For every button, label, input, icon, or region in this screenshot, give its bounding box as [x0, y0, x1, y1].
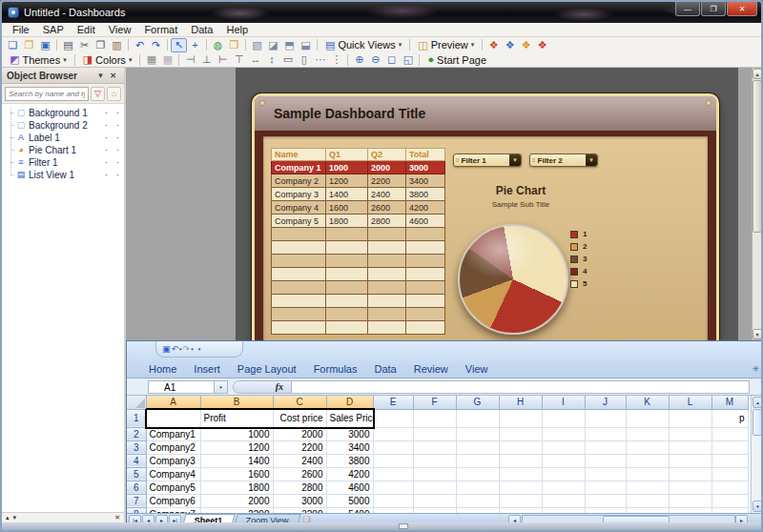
cell[interactable]	[146, 409, 200, 427]
menu-sap[interactable]: SAP	[36, 24, 71, 35]
cut-icon[interactable]: ✂	[76, 38, 93, 52]
cell[interactable]	[626, 481, 669, 494]
move-up-icon[interactable]: ▴	[6, 514, 10, 522]
column-header-l[interactable]: L	[669, 396, 711, 409]
cell[interactable]	[585, 440, 626, 454]
menu-edit[interactable]: Edit	[71, 24, 102, 35]
maximize-button[interactable]: ❐	[701, 2, 726, 16]
cell[interactable]	[413, 467, 456, 481]
cell[interactable]	[413, 494, 456, 507]
cell[interactable]: 2200	[273, 440, 326, 454]
sidebar-item-list-view-1[interactable]: ▤List View 1··	[2, 169, 124, 181]
cell[interactable]	[456, 409, 499, 427]
lock-dot[interactable]: ·	[116, 144, 119, 156]
cell[interactable]	[413, 481, 456, 494]
canvas-color-icon[interactable]: ◪	[265, 38, 281, 52]
cell[interactable]: 2800	[273, 481, 326, 494]
same-height-icon[interactable]: ▯	[296, 52, 312, 67]
row-header-6[interactable]: 6	[127, 481, 146, 494]
formula-bar[interactable]	[292, 380, 750, 394]
cell[interactable]: 2000	[200, 494, 273, 507]
column-header-m[interactable]: M	[711, 396, 748, 409]
close-button[interactable]: ✕	[727, 2, 757, 16]
row-header-5[interactable]: 5	[127, 467, 146, 481]
cell[interactable]: 1600	[200, 467, 273, 481]
scroll-up-icon[interactable]: ▴	[753, 397, 763, 408]
menu-help[interactable]: Help	[219, 24, 255, 35]
zoom-100-icon[interactable]: ◻	[383, 52, 400, 67]
cell[interactable]	[373, 440, 413, 454]
ribbon-right-icon[interactable]: ✳	[752, 364, 759, 374]
row-header-1[interactable]: 1	[127, 409, 146, 427]
scroll-thumb[interactable]	[753, 409, 763, 436]
cell[interactable]	[711, 494, 748, 507]
panel-close-icon[interactable]: ✕	[107, 72, 119, 80]
cell[interactable]: 5000	[326, 494, 373, 507]
cell[interactable]	[499, 409, 542, 427]
align-right-icon[interactable]: ⊢	[215, 52, 231, 67]
export-powerpoint-icon[interactable]: ❖	[485, 38, 502, 52]
lock-dot[interactable]: ·	[116, 169, 119, 181]
scroll-thumb[interactable]	[753, 80, 762, 233]
footer-close-icon[interactable]: ✕	[114, 514, 120, 522]
save-icon[interactable]: ▣	[162, 345, 171, 354]
column-header-f[interactable]: F	[413, 396, 456, 409]
cell[interactable]	[542, 440, 585, 454]
cell[interactable]	[542, 427, 585, 440]
menu-view[interactable]: View	[102, 24, 138, 35]
distribute-horizontal-icon[interactable]: ↔	[247, 52, 263, 67]
column-header-j[interactable]: J	[585, 396, 626, 409]
ribbon-tab-formulas[interactable]: Formulas	[305, 363, 366, 375]
sidebar-item-background-1[interactable]: ▢Background 1··	[2, 107, 124, 119]
lock-dot[interactable]: ·	[116, 119, 119, 132]
undo-icon[interactable]: ↶	[132, 38, 148, 52]
new-icon[interactable]: ❏	[5, 38, 21, 52]
ribbon-tab-view[interactable]: View	[457, 363, 497, 375]
cell[interactable]: 1400	[200, 454, 273, 467]
cell[interactable]	[542, 409, 585, 427]
align-top-icon[interactable]: ⊤	[231, 52, 247, 67]
cell[interactable]: Company1	[146, 427, 200, 440]
cell[interactable]	[626, 440, 669, 454]
zoom-out-icon[interactable]: ⊖	[367, 52, 383, 67]
column-header-h[interactable]: H	[499, 396, 542, 409]
cell[interactable]	[456, 467, 499, 481]
export-word-icon[interactable]: ❖	[502, 38, 518, 52]
cell[interactable]: 1800	[200, 481, 273, 494]
cell[interactable]: 2600	[273, 467, 326, 481]
cell[interactable]	[499, 427, 542, 440]
cell[interactable]	[711, 467, 748, 481]
dropdown-arrow-icon[interactable]: ▼	[509, 154, 521, 166]
cell[interactable]	[585, 481, 626, 494]
ribbon-tab-data[interactable]: Data	[365, 363, 404, 375]
ribbon-tab-review[interactable]: Review	[405, 363, 457, 375]
filter-button-filter-2[interactable]: ≡Filter 2▼	[529, 153, 598, 167]
cell[interactable]: 2400	[273, 454, 326, 467]
titlebar[interactable]: Untitled - Dashboards — ❐ ✕	[2, 2, 761, 23]
cell[interactable]	[499, 467, 542, 481]
increase-canvas-icon[interactable]: ⬒	[281, 38, 298, 52]
export-pdf-icon[interactable]: ❖	[518, 38, 534, 52]
space-vertical-icon[interactable]: ⋮	[328, 52, 344, 67]
visibility-dot[interactable]: ·	[105, 156, 108, 169]
cell[interactable]	[373, 494, 413, 507]
cell[interactable]	[669, 467, 711, 481]
cell[interactable]: 3000	[326, 427, 373, 440]
cell[interactable]	[499, 494, 542, 507]
column-header-d[interactable]: D	[326, 396, 373, 409]
cell[interactable]	[626, 427, 669, 440]
zoom-fit-icon[interactable]: ◱	[400, 52, 416, 67]
cell[interactable]	[373, 427, 413, 440]
row-header-7[interactable]: 7	[127, 494, 146, 507]
object-browser-header[interactable]: Object Browser ▼ ✕	[2, 68, 124, 84]
cell[interactable]	[456, 440, 499, 454]
insert-function-button[interactable]: fx	[233, 380, 292, 394]
lock-dot[interactable]: ·	[116, 132, 119, 144]
column-header-g[interactable]: G	[456, 396, 499, 409]
design-canvas[interactable]: Sample Dashboard Title NameQ1Q2TotalComp…	[126, 68, 763, 340]
canvas-image-icon[interactable]: ▧	[249, 38, 265, 52]
cell[interactable]	[456, 481, 499, 494]
cell[interactable]	[669, 409, 711, 427]
redo-dropdown-icon[interactable]: ▾	[191, 346, 194, 352]
cell[interactable]: Company2	[146, 440, 200, 454]
